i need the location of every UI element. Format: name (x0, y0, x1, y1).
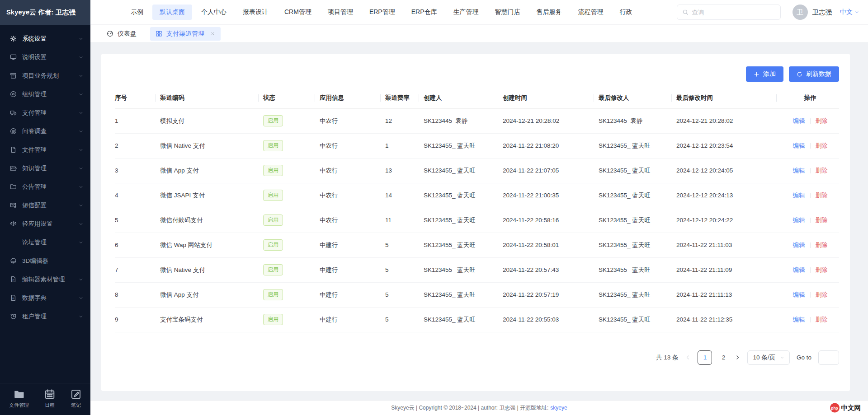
sidebar-item[interactable]: 组织管理 (0, 85, 90, 103)
edit-link[interactable]: 编辑 (793, 192, 805, 199)
edit-link[interactable]: 编辑 (793, 167, 805, 174)
table-row: 3微信 App 支付启用中农行13SK123455_ 蓝天旺2024-11-22… (115, 158, 839, 183)
nav-item[interactable]: 默认桌面 (152, 5, 192, 20)
cell-rate: 1 (385, 133, 424, 158)
delete-link[interactable]: 删除 (816, 217, 828, 224)
svg-text:R: R (12, 297, 14, 300)
chevron-down-icon (79, 55, 83, 60)
cell-modifier: SK123455_ 蓝天旺 (599, 233, 676, 257)
sidebar-item-label: 系统设置 (22, 35, 79, 43)
delete-link[interactable]: 删除 (816, 167, 828, 174)
delete-link[interactable]: 删除 (816, 192, 828, 199)
grid-icon (156, 30, 162, 37)
edit-link[interactable]: 编辑 (793, 117, 805, 124)
sidebar-item[interactable]: 公告管理 (0, 177, 90, 196)
cell-code: 模拟支付 (160, 108, 263, 133)
sidebar-item-label: 问卷调查 (22, 127, 79, 135)
add-button[interactable]: 添加 (746, 66, 783, 82)
dock-item[interactable]: 文件管理 (9, 389, 29, 409)
sidebar-item[interactable]: 知识管理 (0, 159, 90, 177)
survey-icon (10, 128, 17, 135)
sidebar-item[interactable]: 项目业务规划 (0, 66, 90, 85)
page-size-select[interactable]: 10 条/页 (747, 350, 790, 365)
cell-actions: 编辑删除 (781, 257, 839, 282)
delete-link[interactable]: 删除 (816, 291, 828, 298)
sidebar-item[interactable]: P编辑器素材管理 (0, 270, 90, 289)
dock-item[interactable]: 日程 (44, 389, 55, 409)
sidebar-item[interactable]: 文件管理 (0, 140, 90, 159)
cell-created-at: 2024-11-22 20:55:03 (503, 307, 599, 332)
sidebar-item[interactable]: 短信配置 (0, 196, 90, 214)
chevron-down-icon (79, 74, 83, 78)
sidebar-item[interactable]: R数据字典 (0, 289, 90, 307)
skyeye-link[interactable]: skyeye (550, 405, 567, 411)
sidebar-item[interactable]: 论坛管理 (0, 233, 90, 252)
avatar[interactable]: 卫 (793, 5, 808, 20)
action-divider (810, 317, 811, 322)
calendar-icon (44, 389, 55, 400)
cell-modifier: SK123455_ 蓝天旺 (599, 282, 676, 307)
nav-item[interactable]: 行政 (612, 5, 639, 20)
column-header: 渠道编码 (160, 88, 263, 108)
edit-link[interactable]: 编辑 (793, 291, 805, 298)
cell-modified-at: 2024-12-12 20:24:22 (676, 208, 781, 233)
delete-link[interactable]: 删除 (816, 316, 828, 323)
nav-item[interactable]: 售后服务 (529, 5, 569, 20)
nav-item[interactable]: 生产管理 (446, 5, 486, 20)
chevron-down-icon (79, 92, 83, 97)
nav-item[interactable]: ERP仓库 (404, 5, 444, 20)
sidebar-item[interactable]: 轻应用设置 (0, 214, 90, 233)
page-button-2[interactable]: 2 (719, 354, 728, 361)
sidebar-item[interactable]: 说明设置 (0, 48, 90, 66)
nav-item[interactable]: 个人中心 (194, 5, 234, 20)
close-tab-icon[interactable] (210, 31, 215, 36)
cell-modifier: SK123445_袁静 (599, 108, 676, 133)
archive-icon (10, 72, 17, 79)
prev-page-button[interactable] (685, 354, 691, 360)
edit-link[interactable]: 编辑 (793, 266, 805, 273)
sidebar-item[interactable]: 系统设置 (0, 29, 90, 48)
delete-link[interactable]: 删除 (816, 266, 828, 273)
nav-item[interactable]: ERP管理 (362, 5, 402, 20)
nav-item[interactable]: 示例 (123, 5, 151, 20)
cell-modifier: SK123455_ 蓝天旺 (599, 257, 676, 282)
next-page-button[interactable] (735, 354, 741, 360)
nav-item[interactable]: 流程管理 (571, 5, 610, 20)
search-input[interactable] (692, 9, 775, 16)
edit-link[interactable]: 编辑 (793, 142, 805, 149)
delete-link[interactable]: 删除 (816, 242, 828, 248)
cell-code: 微信 App 支付 (160, 158, 263, 183)
sidebar-item-label: 文件管理 (22, 146, 79, 154)
sidebar-item[interactable]: 支付管理 (0, 103, 90, 122)
nav-item[interactable]: 项目管理 (321, 5, 360, 20)
collapse-sidebar-icon[interactable] (102, 8, 111, 17)
edit-link[interactable]: 编辑 (793, 316, 805, 323)
sidebar-item-label: 数据字典 (22, 294, 79, 302)
disc-icon (10, 91, 17, 98)
delete-link[interactable]: 删除 (816, 117, 828, 124)
page-numbers: 12 (698, 350, 728, 365)
sidebar-item[interactable]: 问卷调查 (0, 122, 90, 140)
dock-item[interactable]: 笔记 (71, 389, 81, 409)
payment-channel-card: 添加 刷新数据 序号渠道编码状态应用信息渠道费率创建人创建时间最后修改人最后修改… (101, 54, 850, 391)
sidebar-item[interactable]: 3D编辑器 (0, 252, 90, 270)
gear-icon (10, 35, 17, 42)
delete-link[interactable]: 删除 (816, 142, 828, 149)
nav-item[interactable]: CRM管理 (277, 5, 319, 20)
nav-item[interactable]: 智慧门店 (487, 5, 527, 20)
edit-link[interactable]: 编辑 (793, 242, 805, 248)
search-box[interactable] (677, 5, 781, 20)
chevron-down-icon (79, 129, 83, 134)
clock-icon (10, 313, 17, 320)
sidebar-item[interactable]: 租户管理 (0, 307, 90, 326)
language-selector[interactable]: 中文 (840, 8, 859, 16)
edit-link[interactable]: 编辑 (793, 217, 805, 224)
tab[interactable]: 仪表盘 (101, 27, 142, 41)
dock-item-label: 文件管理 (9, 402, 29, 409)
goto-page-input[interactable] (818, 350, 839, 365)
refresh-button[interactable]: 刷新数据 (789, 66, 839, 82)
tab[interactable]: 支付渠道管理 (150, 27, 221, 41)
nav-item[interactable]: 报表设计 (236, 5, 275, 20)
cell-rate: 14 (385, 183, 424, 208)
page-button-1[interactable]: 1 (698, 350, 712, 365)
